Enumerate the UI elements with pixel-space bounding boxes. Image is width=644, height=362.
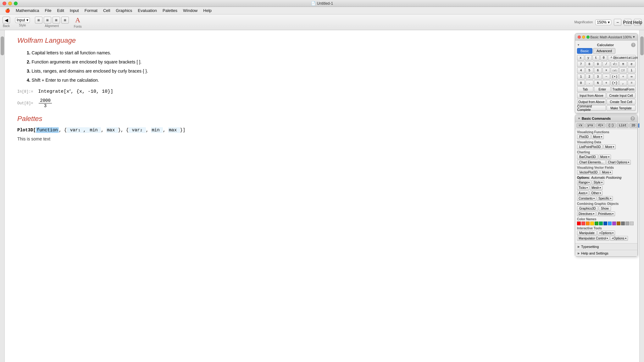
more4-dropdown[interactable]: More ▾ xyxy=(600,170,613,175)
btn-equals[interactable]: = xyxy=(628,80,636,86)
plot3d-button[interactable]: Plot3D xyxy=(577,134,591,139)
directives-dropdown[interactable]: Directives ▾ xyxy=(577,211,596,216)
bc-tab-sqrt[interactable]: √x xyxy=(576,123,585,128)
btn-div2[interactable]: ÷ xyxy=(619,74,627,80)
menu-graphics[interactable]: Graphics xyxy=(113,8,135,14)
barchart3d-button[interactable]: BarChart3D xyxy=(577,155,598,159)
range-dropdown[interactable]: Range ▾ xyxy=(577,180,591,185)
btn-3[interactable]: 3 xyxy=(594,74,602,80)
calc-help-icon[interactable]: ? xyxy=(631,43,636,47)
color-gray[interactable] xyxy=(621,222,625,225)
menu-format[interactable]: Format xyxy=(82,8,100,14)
color-purple[interactable] xyxy=(612,222,616,225)
menu-input[interactable]: Input xyxy=(67,8,81,14)
btn-t[interactable]: t xyxy=(592,55,600,61)
bc-help-icon[interactable]: ? xyxy=(630,116,635,121)
btn-command-complete[interactable]: Command Complete xyxy=(577,105,606,111)
primitives-dropdown[interactable]: Primitives ▾ xyxy=(597,211,615,216)
menu-file[interactable]: File xyxy=(42,8,54,14)
menu-window[interactable]: Window xyxy=(180,8,200,14)
other-dropdown[interactable]: Other ▾ xyxy=(590,191,602,195)
scrollbar-thumb-left[interactable] xyxy=(1,36,4,55)
btn-traditional-form[interactable]: TraditionalForm xyxy=(611,86,636,92)
style-dropdown[interactable]: Style ▾ xyxy=(592,180,604,185)
print-label[interactable]: Print xyxy=(624,19,631,26)
menu-cell[interactable]: Cell xyxy=(101,8,113,14)
bc-tab-2d[interactable]: 2D xyxy=(629,123,637,128)
panel-minimize-button[interactable] xyxy=(582,36,585,39)
help-settings-section[interactable]: ▶ Help and Settings xyxy=(575,250,637,256)
back-button[interactable]: ◀ xyxy=(3,17,10,24)
specific-dropdown[interactable]: Specific ▾ xyxy=(597,196,613,201)
btn-N[interactable]: N xyxy=(594,80,602,86)
btn-factorial[interactable]: □! xyxy=(619,68,627,73)
manipulator-control-dropdown[interactable]: Manipulator Control ▾ xyxy=(577,236,609,241)
plus-options1-dropdown[interactable]: +Options ▾ xyxy=(597,231,615,235)
menu-apple[interactable]: 🍎 xyxy=(3,8,13,14)
magnification-dropdown[interactable]: 150% ▾ xyxy=(595,19,611,25)
zoom-out-button[interactable]: − xyxy=(614,19,621,26)
color-yellow[interactable] xyxy=(590,222,594,225)
vectorplot3d-button[interactable]: VectorPlot3D xyxy=(577,170,600,175)
align-right-button[interactable]: ≡ xyxy=(53,17,60,24)
btn-comma[interactable]: , xyxy=(619,80,627,86)
btn-8[interactable]: 8 xyxy=(586,61,593,67)
btn-paren-dot[interactable]: (•) xyxy=(611,74,619,80)
btn-brace-dot[interactable]: {•} xyxy=(611,80,619,86)
tab-advanced[interactable]: Advanced xyxy=(593,48,615,54)
btn-nth-root[interactable]: □√□ xyxy=(611,68,619,73)
btn-9[interactable]: 9 xyxy=(594,61,602,67)
ticks-dropdown[interactable]: Ticks ▾ xyxy=(577,185,589,190)
listpointplot3d-button[interactable]: ListPointPlot3D xyxy=(577,145,603,149)
bc-tab-list2[interactable]: List xyxy=(617,123,629,128)
typesetting-section[interactable]: ▶ Typesetting xyxy=(575,243,637,250)
menu-palettes[interactable]: Palettes xyxy=(160,8,180,14)
color-green[interactable] xyxy=(595,222,598,225)
bc-collapse-arrow[interactable]: ▼ xyxy=(578,117,580,120)
style-dropdown[interactable]: Input ▾ xyxy=(15,17,30,23)
btn-times[interactable]: × xyxy=(602,68,610,73)
btn-1[interactable]: 1 xyxy=(577,74,585,80)
menu-mathematica[interactable]: Mathematica xyxy=(13,8,42,14)
color-blue[interactable] xyxy=(603,222,607,225)
bc-tab-dint[interactable]: d∫x xyxy=(596,123,605,128)
panel-maximize-button[interactable] xyxy=(586,36,590,39)
btn-6[interactable]: 6 xyxy=(594,68,602,73)
plus-options2-dropdown[interactable]: +Options ▾ xyxy=(610,236,628,241)
btn-e[interactable]: e xyxy=(628,61,636,67)
color-teal[interactable] xyxy=(599,222,603,225)
maximize-button[interactable] xyxy=(14,2,18,5)
btn-tab[interactable]: Tab xyxy=(577,86,593,92)
btn-create-text-cell[interactable]: Create Text Cell xyxy=(607,99,636,105)
btn-y[interactable]: y xyxy=(585,55,592,61)
help-label[interactable]: Help xyxy=(634,19,641,26)
scrollbar-thumb-right[interactable] xyxy=(640,36,644,55)
panel-close-button[interactable] xyxy=(578,36,581,39)
btn-minus[interactable]: − xyxy=(602,74,610,80)
btn-enter[interactable]: Enter xyxy=(594,86,610,92)
scrollbar-left[interactable] xyxy=(0,30,5,362)
color-brown[interactable] xyxy=(617,222,620,225)
btn-plus[interactable]: + xyxy=(602,80,610,86)
btn-create-input-cell[interactable]: Create Input Cell xyxy=(607,93,636,98)
color-lightblue[interactable] xyxy=(608,222,612,225)
graphics3d-button[interactable]: Graphics3D xyxy=(577,206,598,211)
btn-infty[interactable]: ∞ xyxy=(628,74,636,80)
btn-dot[interactable]: . xyxy=(586,80,593,86)
btn-pi[interactable]: π xyxy=(619,61,627,67)
align-left-button[interactable]: ≡ xyxy=(35,17,42,24)
btn-2[interactable]: 2 xyxy=(586,74,593,80)
btn-i[interactable]: i xyxy=(628,68,636,73)
color-silver[interactable] xyxy=(630,222,634,225)
btn-0[interactable]: 0 xyxy=(577,80,585,86)
align-justify-button[interactable]: ≡ xyxy=(61,17,69,24)
calc-collapse-arrow[interactable]: ▼ xyxy=(577,43,580,47)
bc-tab-yx[interactable]: y=x xyxy=(585,123,595,128)
btn-7[interactable]: 7 xyxy=(577,61,585,67)
show-button[interactable]: Show xyxy=(599,206,611,211)
color-lightred[interactable] xyxy=(581,222,585,225)
input-cell[interactable]: In[8]:= Integrate[x2, {x, -10, 10}] xyxy=(17,89,631,94)
btn-4[interactable]: 4 xyxy=(577,68,585,73)
menu-help[interactable]: Help xyxy=(201,8,214,14)
mesh-dropdown[interactable]: Mesh ▾ xyxy=(590,185,602,190)
